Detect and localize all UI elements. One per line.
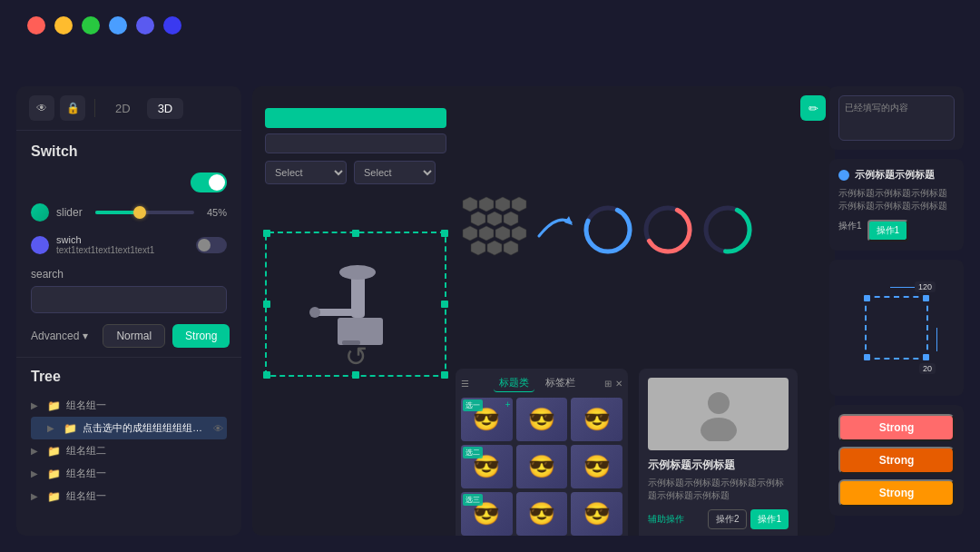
photo-cell-2[interactable]: 😎 bbox=[516, 398, 568, 441]
slider-dot bbox=[31, 203, 49, 222]
dim-box[interactable]: 120 20 bbox=[865, 296, 928, 360]
slider-track[interactable] bbox=[95, 211, 194, 214]
edit-button[interactable]: ✏ bbox=[800, 95, 826, 121]
eye-icon-1[interactable]: 👁 bbox=[213, 423, 223, 434]
dim-handle-tl[interactable] bbox=[864, 295, 870, 301]
main-content-row: ↺ bbox=[265, 195, 822, 354]
main-slider-dark[interactable] bbox=[265, 133, 446, 153]
tree-item-3[interactable]: ▶ 📁 组名组一 bbox=[31, 462, 227, 485]
tab-2d[interactable]: 2D bbox=[104, 98, 142, 119]
switch-title: Switch bbox=[31, 143, 227, 160]
product-link[interactable]: 辅助操作 bbox=[648, 513, 684, 526]
svg-point-15 bbox=[701, 418, 737, 441]
box-container: 120 20 bbox=[838, 269, 955, 387]
handle-mr[interactable] bbox=[441, 301, 448, 308]
photo-tab-1[interactable]: 标题类 bbox=[494, 374, 534, 392]
main-toggle[interactable] bbox=[191, 172, 227, 192]
dim-line-right bbox=[936, 328, 937, 351]
photo-cell-1[interactable]: 😎 选一 + bbox=[461, 398, 513, 441]
photo-cell-4[interactable]: 😎 选二 bbox=[461, 445, 513, 488]
handle-bl[interactable] bbox=[263, 371, 270, 379]
tree-section: Tree ▶ 📁 组名组一 ▶ 📁 点击选中的成组组组组组名... 👁 ▶ 📁 … bbox=[16, 358, 241, 518]
product-btn1[interactable]: 操作2 bbox=[708, 509, 748, 529]
expand-icon-2: ▶ bbox=[31, 446, 42, 456]
handle-br[interactable] bbox=[441, 371, 448, 379]
radio-dot[interactable] bbox=[838, 170, 849, 181]
photo-plus-1: + bbox=[505, 399, 511, 409]
right-panel: 已经填写的内容 示例标题示例标题 示例标题示例标题示例标题示例标题示例标题示例标… bbox=[829, 86, 964, 536]
photo-inner-3: 😎 bbox=[571, 398, 622, 441]
main-toggle-row bbox=[31, 172, 227, 192]
tab-3d[interactable]: 3D bbox=[147, 98, 184, 119]
eye-tab[interactable]: 👁 bbox=[29, 95, 54, 121]
photo-cell-9[interactable]: 😎 bbox=[571, 492, 622, 536]
radio-card: 示例标题示例标题 示例标题示例标题示例标题示例标题示例标题示例标题 操作1 操作… bbox=[829, 159, 964, 251]
photo-cell-3[interactable]: 😎 bbox=[571, 398, 622, 441]
maximize-dot[interactable] bbox=[82, 16, 100, 34]
photo-cell-7[interactable]: 😎 选三 bbox=[461, 492, 513, 536]
handle-ml[interactable] bbox=[263, 301, 270, 308]
product-actions: 辅助操作 操作2 操作1 bbox=[648, 509, 789, 529]
photo-inner-9: 😎 bbox=[571, 492, 622, 536]
photo-card-tabs: 标题类 标签栏 bbox=[494, 374, 581, 392]
handle-tr[interactable] bbox=[441, 230, 448, 237]
folder-icon-4: 📁 bbox=[47, 490, 61, 503]
handle-tl[interactable] bbox=[263, 230, 270, 237]
photo-card-tab-icons: ☰ bbox=[461, 379, 469, 389]
product-btn2[interactable]: 操作1 bbox=[750, 509, 789, 529]
lock-tab[interactable]: 🔒 bbox=[60, 95, 85, 121]
slider-thumb[interactable] bbox=[133, 206, 146, 219]
swich-dot bbox=[31, 236, 49, 254]
close-dot[interactable] bbox=[27, 16, 45, 34]
product-title: 示例标题示例标题 bbox=[648, 458, 789, 473]
product-btns: 操作2 操作1 bbox=[708, 509, 789, 529]
tree-item-1[interactable]: ▶ 📁 点击选中的成组组组组组名... 👁 bbox=[31, 417, 227, 439]
photo-tab-2[interactable]: 标签栏 bbox=[540, 374, 581, 392]
tree-item-2[interactable]: ▶ 📁 组名组二 bbox=[31, 439, 227, 462]
textarea-card: 已经填写的内容 bbox=[829, 86, 964, 150]
handle-bm[interactable] bbox=[352, 371, 359, 379]
circle-2 bbox=[641, 202, 695, 257]
folder-icon-3: 📁 bbox=[47, 468, 61, 480]
tree-item-0[interactable]: ▶ 📁 组名组一 bbox=[31, 394, 227, 417]
bottom-cards-row: ☰ 标题类 标签栏 ⊞ ✕ 😎 选一 + 😎 bbox=[456, 369, 822, 536]
textarea-box[interactable]: 已经填写的内容 bbox=[838, 95, 955, 141]
selects-row: Select Select bbox=[265, 161, 822, 184]
left-panel: 👁 🔒 2D 3D Switch slider 45% swich text1t… bbox=[16, 86, 241, 536]
hex-circles-col bbox=[461, 195, 755, 263]
photo-cell-5[interactable]: 😎 bbox=[516, 445, 568, 488]
expand-icon-0: ▶ bbox=[31, 400, 42, 410]
right-btn-3[interactable]: Strong bbox=[838, 479, 955, 507]
slider-row: slider 45% bbox=[31, 203, 227, 222]
dimensions-card: 120 20 bbox=[829, 260, 964, 396]
right-btn-2[interactable]: Strong bbox=[838, 447, 955, 474]
select-1[interactable]: Select bbox=[265, 161, 347, 184]
dim-box-wrapper: 120 20 bbox=[865, 296, 928, 360]
main-slider-teal[interactable] bbox=[265, 108, 446, 128]
photo-card: ☰ 标题类 标签栏 ⊞ ✕ 😎 选一 + 😎 bbox=[456, 369, 628, 536]
normal-button[interactable]: Normal bbox=[103, 324, 165, 348]
radio-action-btn[interactable]: 操作1 bbox=[867, 220, 909, 242]
dim-handle-br[interactable] bbox=[923, 354, 929, 360]
svg-rect-3 bbox=[315, 309, 360, 316]
photo-cell-8[interactable]: 😎 bbox=[516, 492, 568, 536]
dim-handle-tr[interactable] bbox=[923, 295, 929, 301]
handle-tm[interactable] bbox=[352, 230, 359, 237]
progress-circles bbox=[581, 202, 755, 257]
tree-item-4[interactable]: ▶ 📁 组名组一 bbox=[31, 485, 227, 508]
swich-toggle[interactable] bbox=[196, 237, 227, 253]
right-btn-1[interactable]: Strong bbox=[838, 414, 955, 441]
radio-action-link[interactable]: 操作1 bbox=[838, 220, 862, 242]
photo-cell-6[interactable]: 😎 bbox=[571, 445, 622, 488]
strong-button[interactable]: Strong bbox=[172, 324, 230, 348]
dim-line-top bbox=[890, 287, 914, 288]
swich-text: text1text1text1text1text1 bbox=[56, 245, 189, 255]
dim-handle-bl[interactable] bbox=[864, 354, 870, 360]
select-2[interactable]: Select bbox=[354, 161, 436, 184]
expand-icon-4: ▶ bbox=[31, 491, 42, 501]
advanced-button[interactable]: Advanced ▾ bbox=[31, 324, 88, 348]
photo-grid: 😎 选一 + 😎 😎 😎 选二 😎 bbox=[461, 398, 622, 536]
main-canvas: ✏ Select Select bbox=[252, 86, 835, 536]
search-input[interactable] bbox=[31, 286, 227, 313]
minimize-dot[interactable] bbox=[54, 16, 73, 34]
